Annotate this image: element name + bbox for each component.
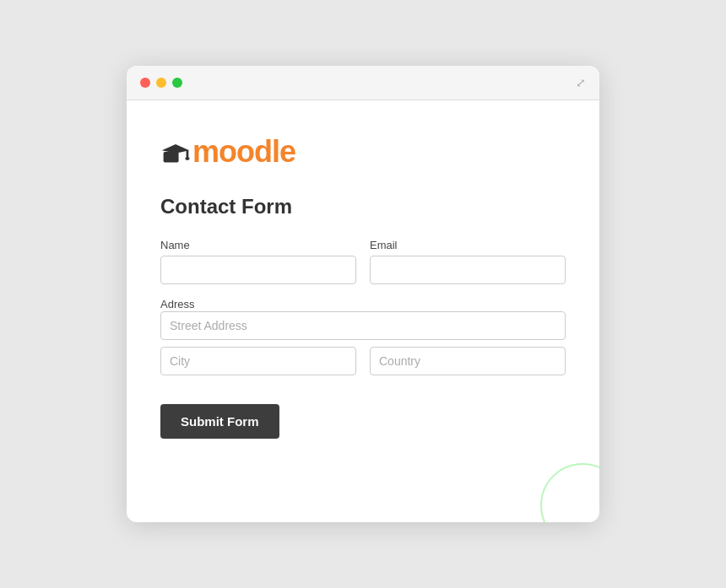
- expand-icon[interactable]: ⤢: [576, 76, 586, 89]
- minimize-button[interactable]: [156, 78, 166, 88]
- country-input[interactable]: [370, 347, 566, 375]
- form-title: Contact Form: [160, 195, 566, 218]
- address-section: Adress: [160, 296, 566, 375]
- street-input[interactable]: [160, 311, 566, 340]
- svg-rect-2: [187, 150, 189, 158]
- svg-point-3: [185, 157, 189, 160]
- email-group: Email: [370, 239, 566, 284]
- logo: moodle: [160, 134, 566, 170]
- titlebar: ⤢: [127, 66, 599, 100]
- name-email-row: Name Email: [160, 239, 566, 284]
- email-input[interactable]: [370, 256, 566, 284]
- close-button[interactable]: [140, 78, 150, 88]
- address-label: Adress: [160, 298, 194, 310]
- street-row: [160, 311, 566, 340]
- browser-window: ⤢ moodle Contact Form Name: [127, 66, 599, 522]
- submit-button[interactable]: Submit Form: [160, 404, 279, 439]
- city-country-row: [160, 347, 566, 375]
- name-label: Name: [160, 239, 356, 251]
- country-group: [370, 347, 566, 375]
- moodle-cap-icon: [160, 137, 191, 167]
- name-group: Name: [160, 239, 356, 284]
- logo-container: moodle: [160, 134, 566, 170]
- browser-content: moodle Contact Form Name Email Adress: [127, 100, 599, 522]
- name-input[interactable]: [160, 256, 356, 284]
- logo-text: moodle: [192, 134, 295, 170]
- traffic-lights: [140, 78, 182, 88]
- svg-rect-0: [164, 152, 179, 163]
- city-group: [160, 347, 356, 375]
- contact-form: Name Email Adress: [160, 239, 566, 439]
- city-input[interactable]: [160, 347, 356, 375]
- circle-decoration: [540, 463, 599, 522]
- maximize-button[interactable]: [172, 78, 182, 88]
- email-label: Email: [370, 239, 566, 251]
